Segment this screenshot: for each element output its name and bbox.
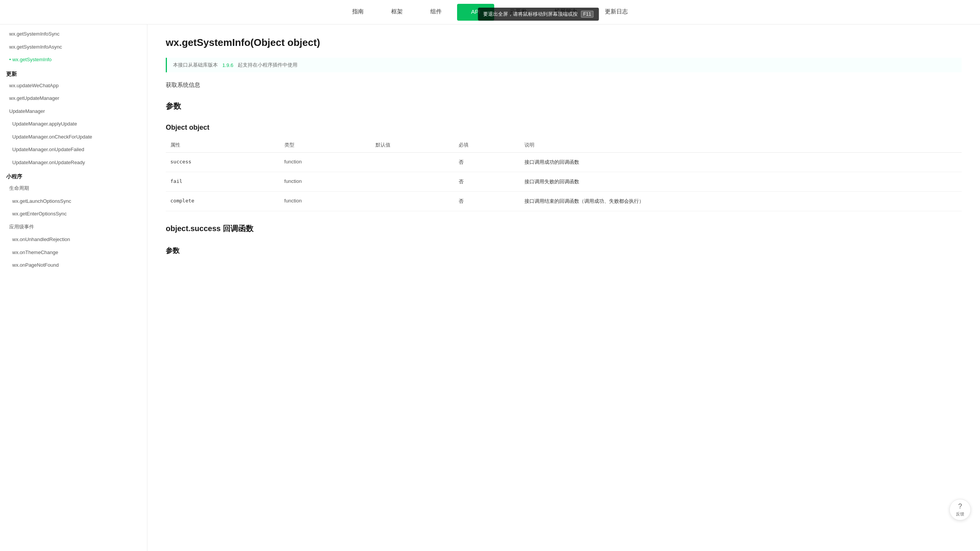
cell-default: [371, 192, 454, 211]
version-notice-suffix: 起支持在小程序插件中使用: [238, 62, 297, 68]
table-row: success function 否 接口调用成功的回调函数: [166, 153, 962, 172]
sidebar-item-getEnterOptionsSync[interactable]: wx.getEnterOptionsSync: [0, 207, 147, 220]
cell-type: function: [280, 192, 371, 211]
nav-item-guide[interactable]: 指南: [338, 0, 377, 24]
col-header-type: 类型: [280, 138, 371, 153]
cell-required: 否: [454, 192, 520, 211]
page-title: wx.getSystemInfo(Object object): [166, 37, 962, 49]
col-header-required: 必填: [454, 138, 520, 153]
sidebar-item-getLaunchOptionsSync[interactable]: wx.getLaunchOptionsSync: [0, 195, 147, 208]
sidebar-section-update: 更新: [0, 66, 147, 79]
cell-required: 否: [454, 153, 520, 172]
sidebar-item-onThemeChange[interactable]: wx.onThemeChange: [0, 246, 147, 259]
nav-items: 指南 框架 组件 API 要退出全屏，请将鼠标移动到屏幕顶端或按 F11 云开发…: [338, 0, 641, 24]
main-content: wx.getSystemInfo(Object object) 本接口从基础库版…: [147, 24, 980, 551]
params-heading: 参数: [166, 101, 962, 111]
fullscreen-tooltip: 要退出全屏，请将鼠标移动到屏幕顶端或按 F11: [478, 8, 599, 21]
page-description: 获取系统信息: [166, 82, 962, 89]
cell-attr: fail: [166, 172, 280, 192]
version-notice-text: 本接口从基础库版本: [173, 62, 218, 68]
sidebar-item-onPageNotFound[interactable]: wx.onPageNotFound: [0, 259, 147, 272]
cell-attr: success: [166, 153, 280, 172]
cell-attr: complete: [166, 192, 280, 211]
object-heading: Object object: [166, 124, 962, 132]
cell-type: function: [280, 172, 371, 192]
sidebar-section-miniprogram: 小程序: [0, 169, 147, 182]
sidebar-item-getSystemInfoSync[interactable]: wx.getSystemInfoSync: [0, 28, 147, 41]
cell-required: 否: [454, 172, 520, 192]
sidebar-item-lifecycle[interactable]: 生命周期: [0, 182, 147, 195]
col-header-attr: 属性: [166, 138, 280, 153]
sidebar-item-updateManager[interactable]: UpdateManager: [0, 105, 147, 118]
feedback-icon: ?: [958, 502, 962, 510]
col-header-desc: 说明: [520, 138, 962, 153]
sidebar-item-applyUpdate[interactable]: UpdateManager.applyUpdate: [0, 117, 147, 130]
sidebar-item-onUpdateReady[interactable]: UpdateManager.onUpdateReady: [0, 156, 147, 169]
nav-item-components[interactable]: 组件: [416, 0, 456, 24]
sidebar-item-onUnhandledRejection[interactable]: wx.onUnhandledRejection: [0, 233, 147, 246]
tooltip-text: 要退出全屏，请将鼠标移动到屏幕顶端或按: [483, 11, 578, 18]
sidebar-item-getUpdateManager[interactable]: wx.getUpdateManager: [0, 92, 147, 105]
cell-type: function: [280, 153, 371, 172]
cell-desc: 接口调用失败的回调函数: [520, 172, 962, 192]
version-notice: 本接口从基础库版本 1.9.6 起支持在小程序插件中使用: [166, 58, 962, 72]
sidebar-item-onUpdateFailed[interactable]: UpdateManager.onUpdateFailed: [0, 143, 147, 156]
sidebar-item-getSystemInfoAsync[interactable]: wx.getSystemInfoAsync: [0, 41, 147, 54]
cell-desc: 接口调用结束的回调函数（调用成功、失败都会执行）: [520, 192, 962, 211]
cell-desc: 接口调用成功的回调函数: [520, 153, 962, 172]
sidebar-item-onCheckForUpdate[interactable]: UpdateManager.onCheckForUpdate: [0, 130, 147, 143]
page-layout: wx.getSystemInfoSync wx.getSystemInfoAsy…: [0, 24, 980, 551]
params-table: 属性 类型 默认值 必填 说明 success function 否 接口调用成…: [166, 138, 962, 211]
sidebar-item-updateWeChatApp[interactable]: wx.updateWeChatApp: [0, 79, 147, 92]
callback-params-heading: 参数: [166, 246, 962, 255]
table-row: complete function 否 接口调用结束的回调函数（调用成功、失败都…: [166, 192, 962, 211]
sidebar-item-getSystemInfo[interactable]: wx.getSystemInfo: [0, 53, 147, 66]
sidebar: wx.getSystemInfoSync wx.getSystemInfoAsy…: [0, 24, 147, 551]
version-number: 1.9.6: [222, 62, 234, 68]
top-navigation: 指南 框架 组件 API 要退出全屏，请将鼠标移动到屏幕顶端或按 F11 云开发…: [0, 0, 980, 24]
feedback-label: 反馈: [956, 511, 964, 517]
cell-default: [371, 172, 454, 192]
tooltip-kbd: F11: [581, 11, 593, 18]
table-row: fail function 否 接口调用失败的回调函数: [166, 172, 962, 192]
nav-item-framework[interactable]: 框架: [377, 0, 416, 24]
sidebar-item-appEvents[interactable]: 应用级事件: [0, 220, 147, 233]
cell-default: [371, 153, 454, 172]
feedback-button[interactable]: ? 反馈: [949, 499, 971, 520]
callback-heading: object.success 回调函数: [166, 223, 962, 234]
col-header-default: 默认值: [371, 138, 454, 153]
